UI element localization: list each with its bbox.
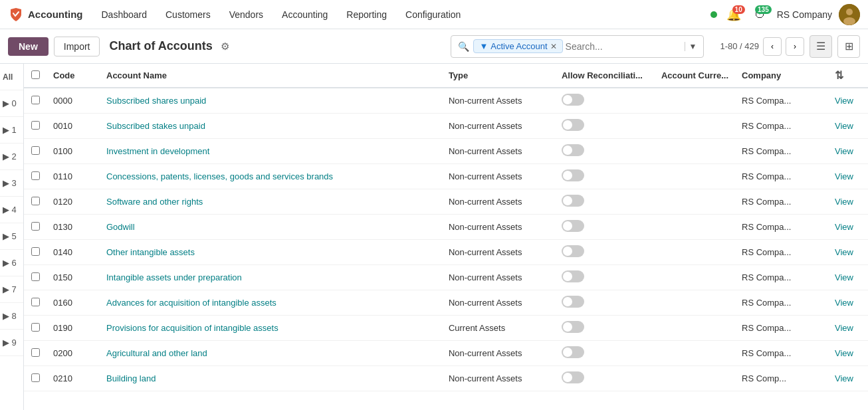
- row-checkbox[interactable]: [31, 272, 40, 281]
- view-link[interactable]: View: [835, 171, 853, 181]
- row-action-cell[interactable]: View: [828, 139, 868, 164]
- search-input[interactable]: [563, 41, 685, 52]
- company-name[interactable]: RS Company: [777, 9, 832, 20]
- column-settings-icon[interactable]: ⇅: [835, 70, 843, 81]
- account-name-link[interactable]: Concessions, patents, licenses, goods an…: [106, 171, 333, 181]
- row-reconcile[interactable]: [555, 164, 655, 189]
- view-link[interactable]: View: [835, 247, 853, 257]
- next-page-button[interactable]: ›: [786, 37, 804, 56]
- view-link[interactable]: View: [835, 222, 853, 232]
- row-account-name[interactable]: Godwill: [100, 215, 442, 240]
- row-reconcile[interactable]: [555, 88, 655, 114]
- view-link[interactable]: View: [835, 348, 853, 358]
- account-name-link[interactable]: Provisions for acquisition of intangible…: [106, 323, 278, 333]
- row-checkbox[interactable]: [31, 96, 40, 104]
- account-name-link[interactable]: Intangible assets under preparation: [106, 272, 242, 282]
- nav-vendors[interactable]: Vendors: [220, 0, 272, 29]
- view-link[interactable]: View: [835, 373, 853, 383]
- user-avatar[interactable]: [839, 4, 860, 25]
- row-reconcile[interactable]: [555, 366, 655, 391]
- row-account-name[interactable]: Other intangible assets: [100, 240, 442, 265]
- row-reconcile[interactable]: [555, 265, 655, 290]
- settings-gear-icon[interactable]: ⚙: [221, 41, 229, 52]
- row-checkbox[interactable]: [31, 323, 40, 332]
- group-8[interactable]: ▶ 8: [0, 303, 23, 330]
- app-logo[interactable]: Accounting: [8, 7, 83, 23]
- row-account-name[interactable]: Provisions for acquisition of intangible…: [100, 316, 442, 341]
- list-view-button[interactable]: ☰: [810, 35, 832, 58]
- reconcile-toggle[interactable]: [562, 346, 584, 358]
- row-checkbox-cell[interactable]: [24, 366, 47, 391]
- nav-reporting[interactable]: Reporting: [337, 0, 396, 29]
- filter-close-icon[interactable]: ✕: [550, 42, 557, 51]
- row-checkbox[interactable]: [31, 146, 40, 155]
- view-link[interactable]: View: [835, 96, 853, 106]
- row-checkbox-cell[interactable]: [24, 114, 47, 139]
- row-checkbox[interactable]: [31, 348, 40, 357]
- row-checkbox-cell[interactable]: [24, 240, 47, 265]
- row-checkbox-cell[interactable]: [24, 139, 47, 164]
- nav-customers[interactable]: Customers: [156, 0, 220, 29]
- account-name-link[interactable]: Advances for acquisition of intangible a…: [106, 298, 276, 308]
- row-checkbox-cell[interactable]: [24, 215, 47, 240]
- row-action-cell[interactable]: View: [828, 164, 868, 189]
- group-3[interactable]: ▶ 3: [0, 170, 23, 197]
- row-reconcile[interactable]: [555, 114, 655, 139]
- view-link[interactable]: View: [835, 323, 853, 333]
- account-name-link[interactable]: Agricultural and other land: [106, 348, 207, 358]
- row-action-cell[interactable]: View: [828, 114, 868, 139]
- row-action-cell[interactable]: View: [828, 215, 868, 240]
- row-checkbox-cell[interactable]: [24, 189, 47, 215]
- view-link[interactable]: View: [835, 121, 853, 131]
- account-name-link[interactable]: Subscribed shares unpaid: [106, 96, 206, 106]
- row-action-cell[interactable]: View: [828, 265, 868, 290]
- row-account-name[interactable]: Software and other rights: [100, 189, 442, 215]
- row-account-name[interactable]: Advances for acquisition of intangible a…: [100, 290, 442, 316]
- header-currency[interactable]: Account Curre...: [655, 64, 735, 88]
- reconcile-toggle[interactable]: [562, 144, 584, 156]
- row-checkbox[interactable]: [31, 121, 40, 130]
- kanban-view-button[interactable]: ⊞: [837, 35, 860, 58]
- select-all-checkbox[interactable]: [31, 70, 40, 79]
- reconcile-toggle[interactable]: [562, 245, 584, 257]
- row-account-name[interactable]: Building land: [100, 366, 442, 391]
- view-link[interactable]: View: [835, 272, 853, 282]
- row-reconcile[interactable]: [555, 316, 655, 341]
- nav-dashboard[interactable]: Dashboard: [92, 0, 157, 29]
- group-9[interactable]: ▶ 9: [0, 330, 23, 356]
- row-reconcile[interactable]: [555, 139, 655, 164]
- row-checkbox[interactable]: [31, 171, 40, 180]
- group-6[interactable]: ▶ 6: [0, 250, 23, 276]
- view-link[interactable]: View: [835, 197, 853, 207]
- row-action-cell[interactable]: View: [828, 366, 868, 391]
- row-reconcile[interactable]: [555, 341, 655, 366]
- reconcile-toggle[interactable]: [562, 169, 584, 181]
- clock-badge[interactable]: ⏱ 135: [750, 7, 770, 23]
- view-link[interactable]: View: [835, 146, 853, 156]
- row-checkbox[interactable]: [31, 222, 40, 231]
- header-code[interactable]: Code: [47, 64, 100, 88]
- row-action-cell[interactable]: View: [828, 316, 868, 341]
- header-company[interactable]: Company: [735, 64, 828, 88]
- reconcile-toggle[interactable]: [562, 195, 584, 207]
- group-5[interactable]: ▶ 5: [0, 223, 23, 250]
- account-name-link[interactable]: Building land: [106, 373, 156, 383]
- row-reconcile[interactable]: [555, 240, 655, 265]
- row-account-name[interactable]: Investment in development: [100, 139, 442, 164]
- reconcile-toggle[interactable]: [562, 94, 584, 106]
- header-type[interactable]: Type: [442, 64, 555, 88]
- row-checkbox[interactable]: [31, 298, 40, 306]
- row-checkbox-cell[interactable]: [24, 265, 47, 290]
- account-name-link[interactable]: Subscribed stakes unpaid: [106, 121, 205, 131]
- group-1[interactable]: ▶ 1: [0, 117, 23, 144]
- account-name-link[interactable]: Investment in development: [106, 146, 209, 156]
- group-4[interactable]: ▶ 4: [0, 197, 23, 223]
- row-checkbox-cell[interactable]: [24, 316, 47, 341]
- row-account-name[interactable]: Intangible assets under preparation: [100, 265, 442, 290]
- row-checkbox-cell[interactable]: [24, 290, 47, 316]
- reconcile-toggle[interactable]: [562, 220, 584, 232]
- search-dropdown-icon[interactable]: ▼: [685, 42, 701, 51]
- account-name-link[interactable]: Software and other rights: [106, 197, 203, 207]
- reconcile-toggle[interactable]: [562, 371, 584, 383]
- account-name-link[interactable]: Other intangible assets: [106, 247, 195, 257]
